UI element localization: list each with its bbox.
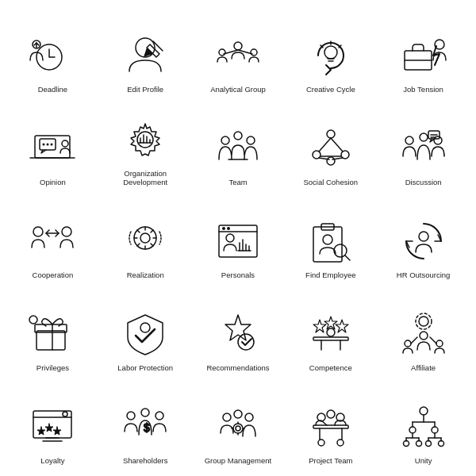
- project-team-label: Project Team: [309, 456, 352, 465]
- group-management-icon: [213, 401, 263, 452]
- unity-label: Unity: [415, 456, 432, 465]
- deadline-label: Deadline: [38, 85, 68, 94]
- svg-point-86: [238, 334, 254, 350]
- svg-marker-88: [324, 317, 337, 329]
- svg-line-60: [137, 230, 140, 232]
- svg-point-68: [226, 234, 234, 242]
- svg-point-127: [318, 440, 324, 446]
- svg-point-94: [419, 317, 428, 326]
- loyalty-icon: [27, 401, 78, 452]
- edit-profile-icon: [120, 30, 171, 81]
- svg-point-51: [33, 227, 43, 236]
- hr-outsourcing-icon: [398, 216, 449, 267]
- job-tension-label: Job Tension: [403, 85, 443, 94]
- svg-line-62: [151, 230, 153, 232]
- unity-icon: [398, 401, 449, 452]
- recommendations-icon: [213, 309, 263, 359]
- svg-line-100: [430, 337, 436, 344]
- find-employee-label: Find Employee: [305, 271, 355, 279]
- svg-point-130: [420, 407, 428, 415]
- svg-point-26: [137, 132, 153, 148]
- find-employee-icon: [305, 216, 356, 267]
- icon-cell-discussion: Discussion: [377, 99, 470, 192]
- svg-line-61: [151, 244, 153, 246]
- edit-profile-label: Edit Profile: [127, 85, 163, 94]
- org-dev-icon: [120, 114, 171, 165]
- svg-point-39: [327, 157, 335, 165]
- icon-cell-social-cohesion: Social Cohesion: [284, 99, 377, 192]
- deadline-icon: [27, 30, 78, 81]
- svg-point-7: [251, 49, 257, 56]
- svg-point-36: [327, 130, 335, 138]
- labor-protection-label: Labor Protection: [117, 363, 173, 372]
- svg-point-10: [324, 46, 337, 59]
- team-icon: [213, 123, 263, 174]
- realization-label: Realization: [127, 271, 164, 279]
- icon-cell-loyalty: Loyalty: [6, 377, 99, 470]
- svg-line-63: [137, 244, 140, 246]
- icon-cell-team: Team: [192, 99, 285, 192]
- icon-cell-deadline: Deadline: [6, 6, 99, 99]
- svg-rect-90: [313, 337, 348, 340]
- icon-cell-recommendations: Recommendations: [192, 284, 285, 377]
- job-tension-icon: [398, 30, 449, 81]
- svg-point-114: [234, 410, 242, 418]
- team-label: Team: [228, 178, 247, 186]
- svg-rect-122: [313, 425, 348, 428]
- shareholders-label: Shareholders: [123, 456, 168, 465]
- svg-point-83: [29, 316, 37, 324]
- opinion-label: Opinion: [40, 178, 66, 186]
- svg-point-108: [63, 412, 67, 416]
- svg-point-93: [327, 328, 335, 336]
- icon-cell-creative-cycle: Creative Cycle: [284, 6, 377, 99]
- icon-cell-labor-protection: Labor Protection: [99, 284, 192, 377]
- personals-label: Personals: [221, 271, 255, 279]
- svg-text:$: $: [144, 421, 150, 434]
- social-cohesion-label: Social Cohesion: [303, 178, 358, 186]
- icon-cell-job-tension: Job Tension: [377, 6, 470, 99]
- svg-point-23: [47, 144, 49, 146]
- svg-point-117: [236, 426, 240, 431]
- icon-cell-find-employee: Find Employee: [284, 192, 377, 285]
- svg-point-79: [419, 232, 428, 241]
- icon-cell-project-team: Project Team: [284, 377, 377, 470]
- svg-rect-80: [36, 331, 65, 350]
- icon-cell-shareholders: $ Shareholders: [99, 377, 192, 470]
- realization-icon: [120, 216, 171, 267]
- discussion-label: Discussion: [405, 178, 442, 186]
- icon-cell-realization: Realization: [99, 192, 192, 285]
- icon-cell-org-dev: Organization Development: [99, 99, 192, 192]
- svg-point-128: [337, 440, 344, 446]
- affiliate-icon: [398, 309, 449, 359]
- svg-rect-64: [219, 225, 257, 257]
- svg-marker-105: [37, 427, 45, 435]
- svg-marker-85: [225, 315, 251, 340]
- svg-point-111: [155, 412, 163, 420]
- group-management-label: Group Management: [205, 456, 272, 465]
- creative-cycle-label: Creative Cycle: [306, 85, 355, 94]
- svg-point-98: [436, 340, 443, 347]
- icon-cell-affiliate: Affiliate: [377, 284, 470, 377]
- svg-point-33: [221, 136, 229, 144]
- project-team-icon: [305, 401, 356, 452]
- hr-outsourcing-label: HR Outsourcing: [397, 271, 451, 279]
- icon-cell-analytical-group: Analytical Group: [192, 6, 285, 99]
- shareholders-icon: $: [120, 401, 171, 452]
- labor-protection-icon: [120, 309, 171, 359]
- svg-point-116: [233, 424, 243, 433]
- svg-point-136: [432, 427, 438, 433]
- svg-line-78: [345, 255, 350, 260]
- social-cohesion-icon: [305, 123, 356, 174]
- competence-icon: [305, 309, 356, 359]
- svg-point-25: [62, 140, 68, 147]
- svg-point-109: [127, 412, 135, 420]
- svg-point-32: [234, 132, 242, 140]
- icon-cell-privileges: Privileges: [6, 284, 99, 377]
- svg-point-134: [409, 427, 416, 433]
- cooperation-icon: [27, 216, 78, 267]
- icon-cell-hr-outsourcing: HR Outsourcing: [377, 192, 470, 285]
- svg-point-46: [420, 133, 428, 141]
- svg-point-113: [223, 413, 231, 421]
- icon-cell-personals: Personals: [192, 192, 285, 285]
- svg-point-55: [140, 233, 150, 243]
